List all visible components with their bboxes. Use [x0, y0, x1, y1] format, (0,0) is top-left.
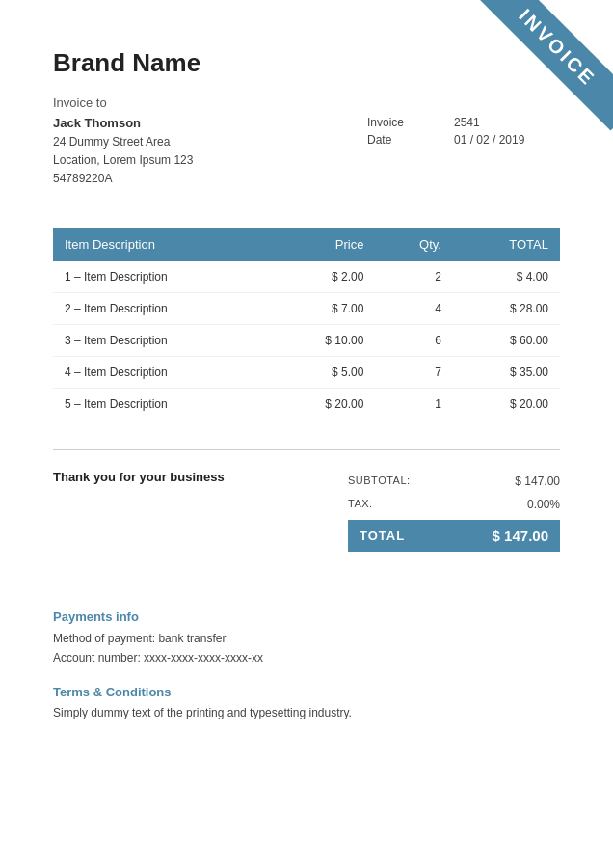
client-address-line3: 54789220A: [53, 170, 367, 188]
tax-label: TAX:: [348, 498, 373, 511]
row-price: $ 2.00: [269, 261, 375, 293]
payments-line2: Account number: xxxx-xxxx-xxxx-xxxx-xx: [53, 648, 560, 667]
row-price: $ 5.00: [269, 356, 375, 388]
row-price: $ 20.00: [269, 388, 375, 420]
payments-text: Method of payment: bank transfer Account…: [53, 629, 560, 668]
terms-title: Terms & Conditions: [53, 685, 560, 699]
client-address-line2: Location, Lorem Ipsum 123: [53, 151, 367, 170]
tax-value: 0.00%: [527, 498, 560, 511]
row-description: 4 – Item Description: [53, 356, 269, 388]
table-row: 2 – Item Description $ 7.00 4 $ 28.00: [53, 292, 560, 324]
tax-row: TAX: 0.00%: [348, 493, 560, 516]
table-body: 1 – Item Description $ 2.00 2 $ 4.00 2 –…: [53, 261, 560, 420]
row-qty: 2: [375, 261, 452, 293]
invoice-banner-text: INVOICE: [474, 0, 613, 130]
table-row: 5 – Item Description $ 20.00 1 $ 20.00: [53, 388, 560, 420]
terms-text: Simply dummy text of the printing and ty…: [53, 704, 560, 722]
row-total: $ 4.00: [453, 261, 560, 293]
row-qty: 6: [375, 324, 452, 356]
row-qty: 7: [375, 356, 452, 388]
total-final: TOTAL $ 147.00: [348, 520, 560, 552]
row-description: 3 – Item Description: [53, 324, 269, 356]
row-qty: 4: [375, 292, 452, 324]
table-row: 1 – Item Description $ 2.00 2 $ 4.00: [53, 261, 560, 293]
client-address-line1: 24 Dummy Street Area: [53, 133, 367, 151]
total-value: $ 147.00: [493, 528, 548, 544]
col-price: Price: [269, 228, 375, 261]
row-total: $ 28.00: [453, 292, 560, 324]
payments-section: Payments info Method of payment: bank tr…: [53, 610, 560, 668]
table-row: 3 – Item Description $ 10.00 6 $ 60.00: [53, 324, 560, 356]
totals: SUBTOTAL: $ 147.00 TAX: 0.00% TOTAL $ 14…: [348, 470, 560, 552]
payments-title: Payments info: [53, 610, 560, 624]
col-description: Item Description: [53, 228, 269, 261]
col-qty: Qty.: [375, 228, 452, 261]
table-row: 4 – Item Description $ 5.00 7 $ 35.00: [53, 356, 560, 388]
client-name: Jack Thomson: [53, 116, 367, 130]
footer-section: Thank you for your business SUBTOTAL: $ …: [53, 449, 560, 552]
row-total: $ 35.00: [453, 356, 560, 388]
client-info: Jack Thomson 24 Dummy Street Area Locati…: [53, 116, 367, 189]
thank-you-text: Thank you for your business: [53, 470, 225, 484]
row-description: 2 – Item Description: [53, 292, 269, 324]
terms-section: Terms & Conditions Simply dummy text of …: [53, 685, 560, 722]
row-price: $ 10.00: [269, 324, 375, 356]
row-total: $ 20.00: [453, 388, 560, 420]
table-header: Item Description Price Qty. TOTAL: [53, 228, 560, 261]
subtotal-value: $ 147.00: [515, 475, 560, 488]
items-table: Item Description Price Qty. TOTAL 1 – It…: [53, 228, 560, 420]
row-description: 1 – Item Description: [53, 261, 269, 293]
row-qty: 1: [375, 388, 452, 420]
invoice-banner: INVOICE: [459, 0, 613, 154]
subtotal-label: SUBTOTAL:: [348, 475, 411, 488]
date-label: Date: [367, 133, 425, 147]
client-address: 24 Dummy Street Area Location, Lorem Ips…: [53, 133, 367, 189]
col-total: TOTAL: [453, 228, 560, 261]
subtotal-row: SUBTOTAL: $ 147.00: [348, 470, 560, 493]
payments-line1: Method of payment: bank transfer: [53, 629, 560, 648]
row-total: $ 60.00: [453, 324, 560, 356]
table-header-row: Item Description Price Qty. TOTAL: [53, 228, 560, 261]
invoice-label: Invoice: [367, 116, 425, 129]
total-label: TOTAL: [360, 529, 405, 543]
row-price: $ 7.00: [269, 292, 375, 324]
row-description: 5 – Item Description: [53, 388, 269, 420]
